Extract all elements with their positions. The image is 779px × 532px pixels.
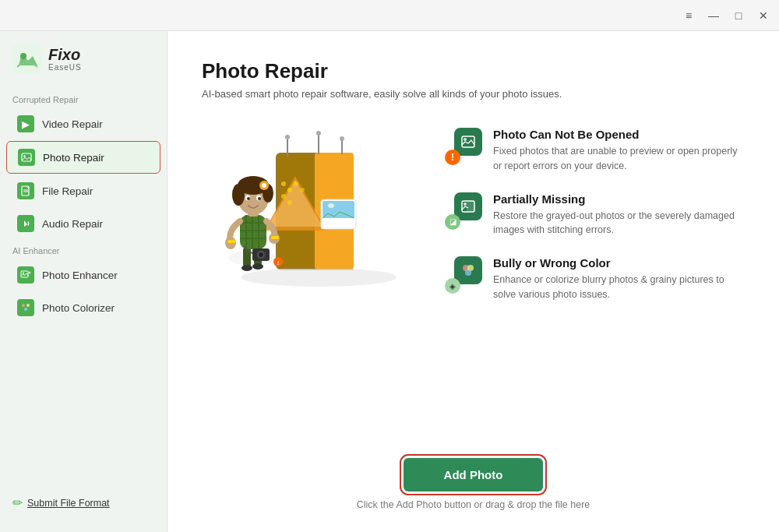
feature-partially-missing: ◪ Partially Missing Restore the grayed-o… (445, 192, 745, 238)
logo-area: Fixo EaseUS (0, 44, 167, 89)
svg-point-60 (247, 197, 250, 200)
logo-title: Fixo (48, 46, 82, 63)
sidebar-item-file-repair[interactable]: File Repair (6, 175, 160, 206)
svg-point-23 (300, 188, 305, 192)
svg-rect-39 (240, 215, 266, 249)
feature-badge: ! (445, 150, 460, 165)
logo-subtitle: EaseUS (48, 63, 82, 72)
svg-point-9 (22, 304, 25, 307)
feature-description: Fixed photos that are unable to preview … (493, 144, 745, 174)
svg-point-11 (24, 308, 27, 311)
photo-enhancer-icon (17, 266, 34, 284)
sidebar-item-label: Photo Enhancer (42, 270, 118, 281)
sidebar-item-label: Audio Repair (42, 218, 103, 230)
svg-point-10 (26, 304, 30, 307)
sidebar-item-label: Photo Repair (43, 152, 104, 164)
feature-badge: ◈ (445, 278, 460, 294)
feature-text-cannot-open: Photo Can Not Be Opened Fixed photos tha… (493, 128, 745, 174)
svg-point-29 (340, 136, 344, 141)
svg-point-38 (252, 263, 263, 270)
photo-colorizer-icon (17, 299, 34, 316)
svg-point-18 (281, 181, 286, 186)
svg-point-33 (328, 203, 334, 208)
sidebar-item-photo-colorizer[interactable]: Photo Colorizer (6, 292, 160, 323)
main-content: Photo Repair AI-based smart photo repair… (167, 31, 779, 532)
svg-point-20 (294, 181, 298, 186)
add-photo-section: Add Photo Click the Add Photo button or … (202, 458, 745, 510)
sidebar-item-label: File Repair (42, 185, 93, 197)
add-photo-button[interactable]: Add Photo (404, 458, 544, 491)
feature-icon-bg (454, 192, 482, 220)
svg-rect-2 (22, 153, 31, 161)
feature-description: Restore the grayed-out photos or the sev… (493, 209, 745, 238)
sidebar-item-audio-repair[interactable]: Audio Repair (6, 208, 160, 239)
corrupted-repair-label: Corrupted Repair (0, 89, 167, 107)
svg-point-21 (281, 194, 286, 199)
svg-point-67 (464, 138, 467, 141)
sidebar-item-photo-repair[interactable]: Photo Repair (6, 141, 160, 174)
svg-rect-63 (271, 236, 279, 239)
svg-rect-62 (227, 240, 235, 243)
svg-rect-69 (467, 201, 474, 212)
submit-icon: ✏ (12, 495, 23, 510)
menu-icon[interactable]: ≡ (682, 9, 695, 22)
feature-icon-wrap: ◪ (445, 192, 482, 230)
svg-point-73 (465, 270, 471, 276)
svg-rect-0 (12, 44, 42, 73)
close-button[interactable]: ✕ (757, 9, 770, 22)
submit-file-format-link[interactable]: ✏ Submit File Format (0, 486, 167, 520)
add-photo-hint: Click the Add Photo button or drag & dro… (357, 499, 590, 510)
page-title: Photo Repair (202, 59, 745, 83)
feature-icon-wrap: ◈ (445, 256, 482, 294)
svg-point-27 (285, 135, 290, 139)
svg-point-19 (287, 188, 292, 192)
maximize-button[interactable]: □ (732, 9, 745, 22)
illustration-wrap: ! (202, 122, 420, 308)
svg-point-28 (316, 131, 321, 136)
sidebar-item-video-repair[interactable]: ▶ Video Repair (6, 108, 160, 139)
svg-point-1 (20, 53, 26, 59)
svg-point-54 (232, 184, 245, 206)
logo-text-group: Fixo EaseUS (48, 46, 82, 72)
feature-badge: ◪ (445, 214, 460, 230)
illustration: ! (206, 122, 416, 308)
feature-title: Partially Missing (493, 192, 745, 206)
feature-text-bully-wrong-color: Bully or Wrong Color Enhance or colorize… (493, 256, 745, 302)
app-body: Fixo EaseUS Corrupted Repair ▶ Video Rep… (0, 31, 779, 532)
photo-repair-icon (18, 149, 35, 166)
feature-icon-wrap: ! (445, 128, 482, 165)
feature-bully-wrong-color: ◈ Bully or Wrong Color Enhance or colori… (445, 256, 745, 302)
ai-enhancer-label: AI Enhancer (0, 240, 167, 259)
sidebar-item-label: Photo Colorizer (42, 302, 115, 314)
svg-rect-32 (323, 201, 354, 218)
svg-point-57 (262, 183, 266, 188)
feature-title: Photo Can Not Be Opened (493, 128, 745, 141)
svg-point-70 (464, 203, 467, 206)
sidebar-item-photo-enhancer[interactable]: Photo Enhancer (6, 259, 160, 291)
svg-point-3 (23, 155, 25, 157)
svg-text:!: ! (277, 259, 280, 266)
sidebar-item-label: Video Repair (42, 118, 103, 130)
titlebar: ≡ — □ ✕ (0, 0, 779, 31)
logo-icon (12, 44, 42, 73)
file-repair-icon (17, 182, 34, 199)
content-area: ! ! (202, 122, 745, 439)
svg-point-37 (241, 265, 252, 271)
svg-point-22 (287, 200, 292, 205)
svg-point-12 (241, 268, 397, 287)
submit-file-format-label: Submit File Format (27, 498, 110, 509)
page-subtitle: AI-based smart photo repair software, ea… (202, 88, 745, 100)
sidebar: Fixo EaseUS Corrupted Repair ▶ Video Rep… (0, 31, 167, 532)
svg-point-61 (258, 197, 261, 200)
svg-point-8 (23, 273, 24, 274)
feature-text-partially-missing: Partially Missing Restore the grayed-out… (493, 192, 745, 238)
feature-description: Enhance or colorize blurry photos & grai… (493, 273, 745, 302)
audio-repair-icon (17, 215, 34, 232)
video-repair-icon: ▶ (17, 115, 34, 132)
minimize-button[interactable]: — (707, 9, 720, 22)
svg-point-48 (259, 252, 263, 257)
feature-cannot-open: ! Photo Can Not Be Opened Fixed photos t… (445, 128, 745, 174)
feature-title: Bully or Wrong Color (493, 256, 745, 270)
features-list: ! Photo Can Not Be Opened Fixed photos t… (445, 122, 745, 302)
